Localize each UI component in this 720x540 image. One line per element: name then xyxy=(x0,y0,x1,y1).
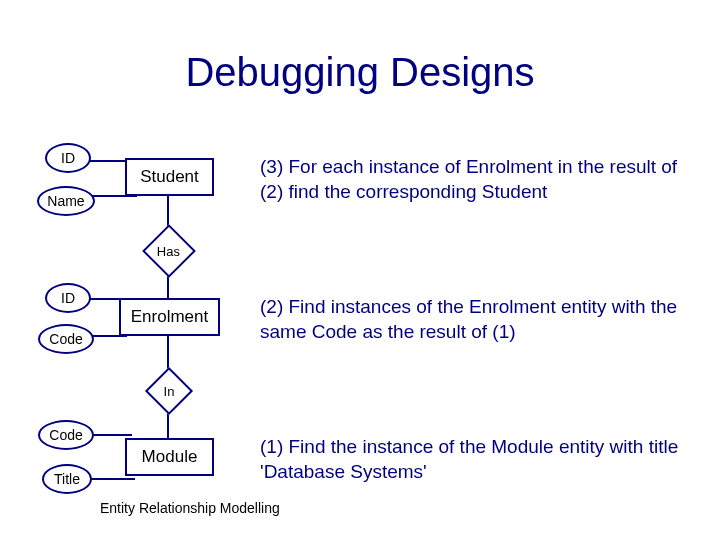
step-2-text: (2) Find instances of the Enrolment enti… xyxy=(260,295,680,344)
attribute-label: Name xyxy=(47,193,84,209)
entity-student: Student xyxy=(125,158,214,196)
footer-text: Entity Relationship Modelling xyxy=(100,500,280,516)
entity-module: Module xyxy=(125,438,214,476)
relationship-in: In xyxy=(145,367,193,415)
attribute-enrolment-id: ID xyxy=(45,283,91,313)
entity-label: Student xyxy=(140,167,199,187)
page-title: Debugging Designs xyxy=(0,50,720,95)
entity-enrolment: Enrolment xyxy=(119,298,220,336)
entity-label: Module xyxy=(142,447,198,467)
attribute-label: Code xyxy=(49,427,82,443)
relationship-label: In xyxy=(164,384,175,399)
attribute-label: Code xyxy=(49,331,82,347)
attribute-student-name: Name xyxy=(37,186,95,216)
attribute-module-code: Code xyxy=(38,420,94,450)
attribute-module-title: Title xyxy=(42,464,92,494)
relationship-has: Has xyxy=(142,224,196,278)
entity-label: Enrolment xyxy=(131,307,208,327)
step-3-text: (3) For each instance of Enrolment in th… xyxy=(260,155,680,204)
attribute-label: ID xyxy=(61,290,75,306)
relationship-label: Has xyxy=(157,244,180,259)
attribute-label: Title xyxy=(54,471,80,487)
attribute-label: ID xyxy=(61,150,75,166)
attribute-student-id: ID xyxy=(45,143,91,173)
attribute-enrolment-code: Code xyxy=(38,324,94,354)
step-1-text: (1) Find the instance of the Module enti… xyxy=(260,435,680,484)
